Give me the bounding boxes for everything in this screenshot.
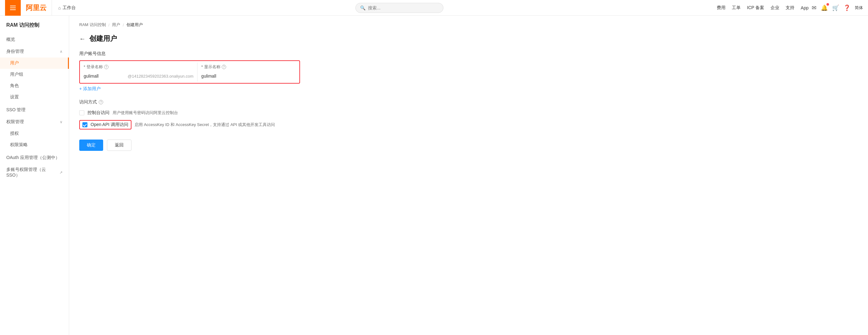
nav-link-app[interactable]: App xyxy=(801,5,809,10)
home-icon: ⌂ xyxy=(58,5,61,10)
display-name-label: * 显示名称 ? xyxy=(197,61,300,71)
access-options: 控制台访问 用户使用账号密码访问阿里云控制台 Open API 调用访问 启用 … xyxy=(79,110,858,130)
action-buttons: 确定 返回 xyxy=(79,139,858,151)
nav-link-icp[interactable]: ICP 备案 xyxy=(747,5,764,11)
breadcrumb-sep-2: / xyxy=(123,23,124,27)
login-name-label: * 登录名称 ? xyxy=(80,61,197,71)
api-access-desc: 启用 AccessKey ID 和 AccessKey Secret，支持通过 … xyxy=(134,122,275,128)
confirm-button[interactable]: 确定 xyxy=(79,139,103,151)
sidebar-title: RAM 访问控制 xyxy=(0,22,69,34)
login-name-suffix: @1412823459202363.onaliyun.com xyxy=(128,74,193,78)
sidebar-group-identity: 身份管理 ∧ 用户 用户组 角色 设置 xyxy=(0,45,69,103)
sidebar-item-sso-label: SSO 管理 xyxy=(6,107,26,113)
api-access-highlighted-box: Open API 调用访问 xyxy=(79,120,131,130)
cart-icon[interactable]: 🛒 xyxy=(832,4,839,11)
login-name-help-icon[interactable]: ? xyxy=(104,65,108,69)
display-name-help-icon[interactable]: ? xyxy=(222,65,226,69)
user-language[interactable]: 简体 xyxy=(855,5,863,11)
nav-icons: ✉ 🔔 🛒 ❓ 简体 xyxy=(812,4,863,11)
sidebar-item-users[interactable]: 用户 xyxy=(0,58,69,69)
sidebar-item-overview[interactable]: 概览 xyxy=(0,34,69,45)
login-name-field-group: * 登录名称 ? @1412823459202363.onaliyun.com xyxy=(80,61,197,83)
hamburger-icon xyxy=(10,6,16,10)
api-access-checkbox[interactable] xyxy=(83,122,87,127)
message-icon[interactable]: ✉ xyxy=(812,4,816,11)
console-access-checkbox-wrap xyxy=(79,110,84,115)
page-header: ← 创建用户 xyxy=(79,34,858,43)
hamburger-button[interactable] xyxy=(5,0,21,16)
nav-link-ticket[interactable]: 工单 xyxy=(732,5,741,11)
breadcrumb-link-users[interactable]: 用户 xyxy=(112,22,120,28)
user-info-form-row: * 登录名称 ? @1412823459202363.onaliyun.com … xyxy=(79,60,300,83)
user-info-section-title: 用户账号信息 xyxy=(79,51,858,57)
chevron-up-icon: ∧ xyxy=(60,49,63,54)
login-name-input-row: @1412823459202363.onaliyun.com xyxy=(80,72,197,83)
nav-link-enterprise[interactable]: 企业 xyxy=(771,5,779,11)
access-section-title: 访问方式 ? xyxy=(79,99,858,105)
search-icon: 🔍 xyxy=(360,5,366,10)
sidebar-item-policy[interactable]: 权限策略 xyxy=(0,139,69,150)
api-access-label: Open API 调用访问 xyxy=(91,122,128,128)
sidebar-group-identity-label: 身份管理 xyxy=(6,49,24,54)
api-access-option: Open API 调用访问 启用 AccessKey ID 和 AccessKe… xyxy=(79,120,858,130)
sidebar-item-sso[interactable]: SSO 管理 xyxy=(0,104,69,116)
breadcrumb-sep-1: / xyxy=(108,23,110,27)
help-icon[interactable]: ❓ xyxy=(843,4,850,11)
back-arrow-button[interactable]: ← xyxy=(79,35,86,42)
sidebar-item-oauth-label: OAuth 应用管理（公测中） xyxy=(6,155,60,161)
back-button[interactable]: 返回 xyxy=(107,139,131,151)
sidebar-item-roles[interactable]: 角色 xyxy=(0,80,69,92)
sidebar-group-permission-label: 权限管理 xyxy=(6,119,24,125)
page-title: 创建用户 xyxy=(89,34,117,43)
notification-badge xyxy=(827,3,829,6)
login-name-input[interactable] xyxy=(84,72,128,80)
sidebar-group-permission-header[interactable]: 权限管理 ∨ xyxy=(0,116,69,128)
display-name-field-group: * 显示名称 ? xyxy=(197,61,300,83)
sidebar-item-settings[interactable]: 设置 xyxy=(0,92,69,103)
sidebar-item-overview-label: 概览 xyxy=(6,37,15,42)
sidebar-item-oauth[interactable]: OAuth 应用管理（公测中） xyxy=(0,152,69,164)
logo-text: 阿里云 xyxy=(26,3,46,12)
console-access-checkbox[interactable] xyxy=(79,110,84,115)
sidebar-group-identity-header[interactable]: 身份管理 ∧ xyxy=(0,45,69,58)
display-name-label-text: * 显示名称 xyxy=(201,64,220,70)
access-section-label: 访问方式 xyxy=(79,99,97,105)
sidebar: RAM 访问控制 概览 身份管理 ∧ 用户 用户组 角色 设置 SSO 管理 权… xyxy=(0,16,69,335)
breadcrumb-link-ram[interactable]: RAM 访问控制 xyxy=(79,22,106,28)
sidebar-item-auth[interactable]: 授权 xyxy=(0,128,69,139)
main-layout: RAM 访问控制 概览 身份管理 ∧ 用户 用户组 角色 设置 SSO 管理 权… xyxy=(0,16,868,335)
sidebar-item-user-groups[interactable]: 用户组 xyxy=(0,69,69,80)
console-access-desc: 用户使用账号密码访问阿里云控制台 xyxy=(113,110,178,115)
main-content: RAM 访问控制 / 用户 / 创建用户 ← 创建用户 用户账号信息 * 登录名… xyxy=(69,16,868,335)
chevron-down-icon: ∨ xyxy=(60,120,63,124)
console-access-option: 控制台访问 用户使用账号密码访问阿里云控制台 xyxy=(79,110,858,115)
sidebar-item-multiaccount[interactable]: 多账号权限管理（云 SSO） ↗ xyxy=(0,164,69,181)
search-box[interactable]: 🔍 xyxy=(355,3,443,13)
top-navigation: 阿里云 ⌂ 工作台 🔍 费用 工单 ICP 备案 企业 支持 App ✉ 🔔 🛒… xyxy=(0,0,868,16)
breadcrumb: RAM 访问控制 / 用户 / 创建用户 xyxy=(79,22,858,28)
console-access-label: 控制台访问 xyxy=(87,110,110,115)
display-name-input-row xyxy=(197,72,300,83)
external-link-icon: ↗ xyxy=(59,170,63,175)
workbench-label: 工作台 xyxy=(63,5,76,11)
search-area: 🔍 xyxy=(82,3,717,13)
sidebar-group-permission: 权限管理 ∨ 授权 权限策略 xyxy=(0,116,69,150)
sidebar-item-multiaccount-label: 多账号权限管理（云 SSO） xyxy=(6,167,58,178)
access-section-help-icon[interactable]: ? xyxy=(99,100,103,104)
nav-link-fee[interactable]: 费用 xyxy=(717,5,725,11)
nav-link-support[interactable]: 支持 xyxy=(785,5,795,11)
api-access-checkbox-wrap xyxy=(83,122,87,127)
nav-links: 费用 工单 ICP 备案 企业 支持 App xyxy=(717,5,809,11)
login-name-label-text: * 登录名称 xyxy=(84,64,103,70)
workbench-button[interactable]: ⌂ 工作台 xyxy=(52,0,82,16)
breadcrumb-current: 创建用户 xyxy=(126,22,143,28)
search-input[interactable] xyxy=(368,5,431,10)
display-name-input[interactable] xyxy=(201,72,296,80)
logo-area: 阿里云 xyxy=(21,0,52,16)
notification-icon[interactable]: 🔔 xyxy=(821,4,828,11)
add-user-link[interactable]: + 添加用户 xyxy=(79,86,858,92)
